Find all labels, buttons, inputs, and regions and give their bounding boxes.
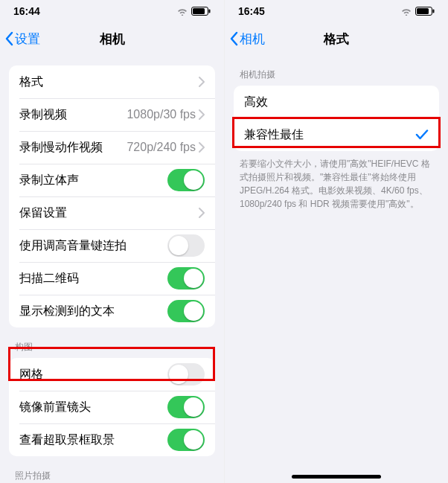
status-time: 16:44 [13, 5, 40, 17]
settings-row[interactable]: 保留设置 [9, 196, 215, 229]
settings-row[interactable]: 录制立体声 [9, 164, 215, 196]
settings-group-2: 网格镜像前置镜头查看超取景框取景 [9, 358, 215, 456]
row-label: 查看超取景框取景 [19, 432, 167, 448]
group-header-composition: 构图 [0, 327, 224, 358]
chevron-left-icon [229, 31, 238, 46]
settings-content[interactable]: 格式录制视频1080p/30 fps录制慢动作视频720p/240 fps录制立… [0, 55, 224, 483]
settings-content[interactable]: 相机拍摄 高效兼容性最佳 若要缩小文件大小，请使用"高效"HEIF/HEVC 格… [225, 55, 448, 483]
toggle-switch[interactable] [167, 169, 205, 191]
chevron-right-icon [199, 77, 205, 87]
row-label: 高效 [244, 95, 429, 110]
svg-rect-5 [433, 10, 435, 13]
settings-row[interactable]: 兼容性最佳 [234, 118, 439, 151]
row-label: 录制视频 [19, 107, 127, 123]
settings-row[interactable]: 使用调高音量键连拍 [9, 229, 215, 262]
row-label: 格式 [19, 74, 199, 90]
row-value: 1080p/30 fps [127, 108, 196, 121]
toggle-switch[interactable] [167, 234, 205, 257]
settings-row[interactable]: 显示检测到的文本 [9, 295, 215, 327]
settings-row[interactable]: 录制视频1080p/30 fps [9, 98, 215, 131]
row-label: 兼容性最佳 [244, 127, 415, 143]
settings-row[interactable]: 网格 [9, 358, 215, 391]
status-indicators [400, 7, 435, 16]
back-button[interactable]: 设置 [4, 31, 40, 48]
settings-row[interactable]: 格式 [9, 65, 215, 98]
row-label: 扫描二维码 [19, 271, 167, 287]
row-label: 镜像前置镜头 [19, 400, 167, 415]
row-label: 保留设置 [19, 205, 199, 221]
settings-row[interactable]: 扫描二维码 [9, 262, 215, 295]
back-label: 相机 [240, 31, 265, 48]
group-footer-format: 若要缩小文件大小，请使用"高效"HEIF/HEVC 格式拍摄照片和视频。"兼容性… [225, 151, 448, 211]
battery-icon [415, 7, 435, 16]
toggle-switch[interactable] [167, 429, 205, 451]
settings-row[interactable]: 查看超取景框取景 [9, 423, 215, 456]
nav-bar: 设置 相机 [0, 22, 224, 55]
row-label: 网格 [19, 367, 167, 383]
status-time: 16:45 [238, 5, 265, 17]
toggle-switch[interactable] [167, 363, 205, 386]
toggle-switch[interactable] [167, 396, 205, 418]
status-bar: 16:45 [225, 0, 448, 22]
chevron-right-icon [199, 109, 205, 120]
group-header-photo: 照片拍摄 [0, 456, 224, 483]
settings-row[interactable]: 镜像前置镜头 [9, 391, 215, 423]
chevron-left-icon [4, 31, 13, 46]
phone-right: 16:45 相机 格式 相机拍摄 高效兼容性最佳 若要缩小文件大小，请使用"高效… [224, 0, 448, 483]
settings-row[interactable]: 录制慢动作视频720p/240 fps [9, 131, 215, 164]
chevron-right-icon [199, 142, 205, 153]
status-indicators [176, 7, 211, 16]
row-label: 录制慢动作视频 [19, 140, 127, 156]
phone-left: 16:44 设置 相机 格式录制视频1080p/30 fps录制慢动作视频720… [0, 0, 224, 483]
format-group: 高效兼容性最佳 [234, 86, 439, 151]
row-value: 720p/240 fps [127, 141, 196, 154]
settings-row[interactable]: 高效 [234, 86, 439, 118]
settings-group-1: 格式录制视频1080p/30 fps录制慢动作视频720p/240 fps录制立… [9, 65, 215, 327]
row-label: 录制立体声 [19, 173, 167, 188]
back-button[interactable]: 相机 [229, 31, 265, 48]
home-indicator [292, 475, 381, 479]
check-icon [415, 129, 429, 140]
svg-rect-2 [209, 10, 211, 13]
svg-rect-4 [417, 8, 429, 14]
wifi-icon [400, 7, 412, 16]
row-label: 使用调高音量键连拍 [19, 238, 167, 254]
row-label: 显示检测到的文本 [19, 304, 167, 319]
group-header-capture: 相机拍摄 [225, 55, 448, 86]
battery-icon [191, 7, 211, 16]
back-label: 设置 [15, 31, 40, 48]
nav-bar: 相机 格式 [225, 22, 448, 55]
toggle-switch[interactable] [167, 300, 205, 322]
status-bar: 16:44 [0, 0, 224, 22]
toggle-switch[interactable] [167, 267, 205, 290]
svg-rect-1 [193, 8, 205, 14]
wifi-icon [176, 7, 188, 16]
chevron-right-icon [199, 208, 205, 218]
